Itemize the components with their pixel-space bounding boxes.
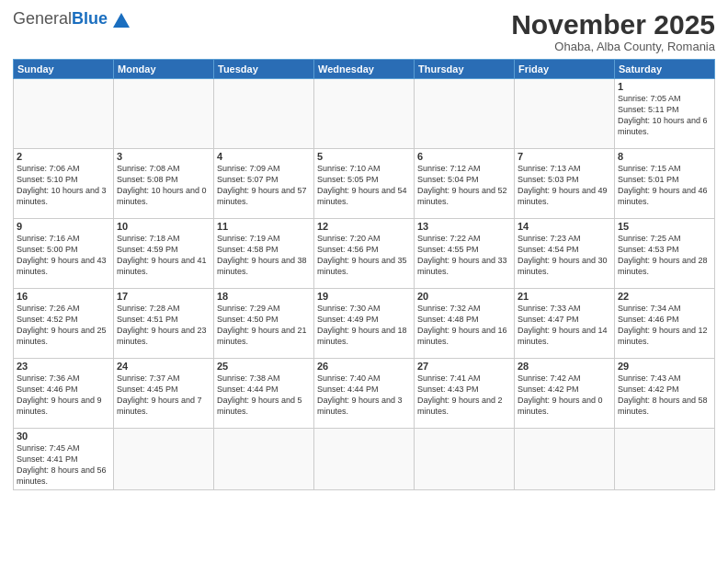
day-info: Sunrise: 7:33 AM Sunset: 4:47 PM Dayligh… <box>518 303 611 348</box>
calendar-cell <box>415 79 515 149</box>
day-info: Sunrise: 7:29 AM Sunset: 4:50 PM Dayligh… <box>217 303 311 348</box>
calendar-week-row: 9Sunrise: 7:16 AM Sunset: 5:00 PM Daylig… <box>14 219 715 289</box>
month-title: November 2025 <box>511 9 715 40</box>
calendar-cell: 26Sunrise: 7:40 AM Sunset: 4:44 PM Dayli… <box>314 359 415 429</box>
day-number: 27 <box>417 361 511 372</box>
title-area: November 2025 Ohaba, Alba County, Romani… <box>511 9 715 53</box>
day-number: 21 <box>518 291 611 302</box>
day-info: Sunrise: 7:37 AM Sunset: 4:45 PM Dayligh… <box>117 373 210 418</box>
calendar-header-row: SundayMondayTuesdayWednesdayThursdayFrid… <box>14 60 715 79</box>
day-header-friday: Friday <box>515 60 615 79</box>
calendar-cell: 5Sunrise: 7:10 AM Sunset: 5:05 PM Daylig… <box>314 149 415 219</box>
calendar-cell: 1Sunrise: 7:05 AM Sunset: 5:11 PM Daylig… <box>615 79 715 149</box>
calendar-week-row: 30Sunrise: 7:45 AM Sunset: 4:41 PM Dayli… <box>14 429 715 490</box>
calendar-cell <box>415 429 515 490</box>
day-number: 10 <box>117 221 210 232</box>
day-header-wednesday: Wednesday <box>314 60 415 79</box>
calendar-cell: 12Sunrise: 7:20 AM Sunset: 4:56 PM Dayli… <box>314 219 415 289</box>
calendar-cell: 29Sunrise: 7:43 AM Sunset: 4:42 PM Dayli… <box>615 359 715 429</box>
calendar-cell: 17Sunrise: 7:28 AM Sunset: 4:51 PM Dayli… <box>114 289 214 359</box>
day-info: Sunrise: 7:05 AM Sunset: 5:11 PM Dayligh… <box>618 93 711 138</box>
calendar-cell <box>615 429 715 490</box>
day-number: 16 <box>17 291 110 302</box>
calendar-cell <box>314 429 415 490</box>
calendar-cell: 9Sunrise: 7:16 AM Sunset: 5:00 PM Daylig… <box>14 219 114 289</box>
logo-text: GeneralBlue <box>13 9 108 29</box>
day-info: Sunrise: 7:42 AM Sunset: 4:42 PM Dayligh… <box>518 373 611 418</box>
calendar-cell: 11Sunrise: 7:19 AM Sunset: 4:58 PM Dayli… <box>214 219 314 289</box>
day-number: 1 <box>618 81 711 92</box>
calendar-cell: 6Sunrise: 7:12 AM Sunset: 5:04 PM Daylig… <box>415 149 515 219</box>
calendar-cell: 8Sunrise: 7:15 AM Sunset: 5:01 PM Daylig… <box>615 149 715 219</box>
day-number: 3 <box>117 151 210 162</box>
day-number: 13 <box>417 221 511 232</box>
day-number: 5 <box>317 151 411 162</box>
calendar-cell: 25Sunrise: 7:38 AM Sunset: 4:44 PM Dayli… <box>214 359 314 429</box>
day-info: Sunrise: 7:15 AM Sunset: 5:01 PM Dayligh… <box>618 163 711 208</box>
day-number: 15 <box>618 221 711 232</box>
calendar-cell: 18Sunrise: 7:29 AM Sunset: 4:50 PM Dayli… <box>214 289 314 359</box>
logo-general: General <box>13 9 72 28</box>
day-info: Sunrise: 7:28 AM Sunset: 4:51 PM Dayligh… <box>117 303 210 348</box>
day-header-sunday: Sunday <box>14 60 114 79</box>
day-info: Sunrise: 7:06 AM Sunset: 5:10 PM Dayligh… <box>17 163 110 208</box>
day-info: Sunrise: 7:25 AM Sunset: 4:53 PM Dayligh… <box>618 233 711 278</box>
day-number: 8 <box>618 151 711 162</box>
day-info: Sunrise: 7:32 AM Sunset: 4:48 PM Dayligh… <box>417 303 511 348</box>
calendar-cell: 13Sunrise: 7:22 AM Sunset: 4:55 PM Dayli… <box>415 219 515 289</box>
day-info: Sunrise: 7:13 AM Sunset: 5:03 PM Dayligh… <box>518 163 611 208</box>
calendar-cell: 27Sunrise: 7:41 AM Sunset: 4:43 PM Dayli… <box>415 359 515 429</box>
calendar-cell: 15Sunrise: 7:25 AM Sunset: 4:53 PM Dayli… <box>615 219 715 289</box>
day-number: 12 <box>317 221 411 232</box>
calendar-cell: 22Sunrise: 7:34 AM Sunset: 4:46 PM Dayli… <box>615 289 715 359</box>
day-info: Sunrise: 7:30 AM Sunset: 4:49 PM Dayligh… <box>317 303 411 348</box>
day-header-tuesday: Tuesday <box>214 60 314 79</box>
location: Ohaba, Alba County, Romania <box>511 40 715 53</box>
calendar-cell: 7Sunrise: 7:13 AM Sunset: 5:03 PM Daylig… <box>515 149 615 219</box>
day-info: Sunrise: 7:26 AM Sunset: 4:52 PM Dayligh… <box>17 303 110 348</box>
day-info: Sunrise: 7:20 AM Sunset: 4:56 PM Dayligh… <box>317 233 411 278</box>
calendar-cell: 24Sunrise: 7:37 AM Sunset: 4:45 PM Dayli… <box>114 359 214 429</box>
day-number: 11 <box>217 221 311 232</box>
day-number: 20 <box>417 291 511 302</box>
day-info: Sunrise: 7:38 AM Sunset: 4:44 PM Dayligh… <box>217 373 311 418</box>
day-info: Sunrise: 7:43 AM Sunset: 4:42 PM Dayligh… <box>618 373 711 418</box>
day-number: 9 <box>17 221 110 232</box>
calendar-cell: 28Sunrise: 7:42 AM Sunset: 4:42 PM Dayli… <box>515 359 615 429</box>
day-info: Sunrise: 7:10 AM Sunset: 5:05 PM Dayligh… <box>317 163 411 208</box>
calendar-cell: 14Sunrise: 7:23 AM Sunset: 4:54 PM Dayli… <box>515 219 615 289</box>
day-header-monday: Monday <box>114 60 214 79</box>
day-info: Sunrise: 7:41 AM Sunset: 4:43 PM Dayligh… <box>417 373 511 418</box>
calendar-week-row: 23Sunrise: 7:36 AM Sunset: 4:46 PM Dayli… <box>14 359 715 429</box>
day-number: 17 <box>117 291 210 302</box>
logo-area: GeneralBlue <box>13 9 131 35</box>
svg-marker-0 <box>113 13 130 28</box>
calendar-cell <box>114 79 214 149</box>
day-info: Sunrise: 7:09 AM Sunset: 5:07 PM Dayligh… <box>217 163 311 208</box>
day-number: 18 <box>217 291 311 302</box>
calendar-cell <box>314 79 415 149</box>
day-number: 4 <box>217 151 311 162</box>
day-number: 2 <box>17 151 110 162</box>
day-number: 22 <box>618 291 711 302</box>
calendar-week-row: 2Sunrise: 7:06 AM Sunset: 5:10 PM Daylig… <box>14 149 715 219</box>
day-info: Sunrise: 7:22 AM Sunset: 4:55 PM Dayligh… <box>417 233 511 278</box>
calendar-cell <box>515 79 615 149</box>
day-number: 30 <box>17 431 110 442</box>
day-number: 24 <box>117 361 210 372</box>
day-number: 29 <box>618 361 711 372</box>
day-info: Sunrise: 7:23 AM Sunset: 4:54 PM Dayligh… <box>518 233 611 278</box>
day-info: Sunrise: 7:18 AM Sunset: 4:59 PM Dayligh… <box>117 233 210 278</box>
calendar-cell: 2Sunrise: 7:06 AM Sunset: 5:10 PM Daylig… <box>14 149 114 219</box>
day-info: Sunrise: 7:40 AM Sunset: 4:44 PM Dayligh… <box>317 373 411 418</box>
calendar-cell: 3Sunrise: 7:08 AM Sunset: 5:08 PM Daylig… <box>114 149 214 219</box>
day-info: Sunrise: 7:12 AM Sunset: 5:04 PM Dayligh… <box>417 163 511 208</box>
day-header-saturday: Saturday <box>615 60 715 79</box>
day-number: 6 <box>417 151 511 162</box>
day-info: Sunrise: 7:34 AM Sunset: 4:46 PM Dayligh… <box>618 303 711 348</box>
logo-blue: Blue <box>72 9 108 28</box>
day-number: 28 <box>518 361 611 372</box>
calendar-cell: 10Sunrise: 7:18 AM Sunset: 4:59 PM Dayli… <box>114 219 214 289</box>
day-number: 7 <box>518 151 611 162</box>
day-number: 14 <box>518 221 611 232</box>
